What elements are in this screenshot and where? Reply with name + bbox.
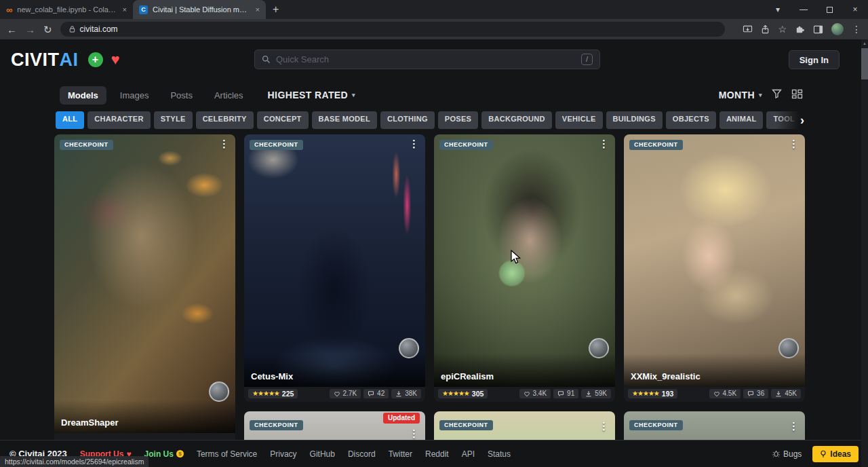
category-pill[interactable]: CHARACTER xyxy=(87,111,150,129)
rating-count: 305 xyxy=(472,390,484,398)
scroll-right-arrow-icon[interactable]: › xyxy=(800,114,807,126)
category-pill[interactable]: ANIMAL xyxy=(719,111,764,129)
card-menu-icon[interactable]: ⋮ xyxy=(409,138,419,150)
footer-link-github[interactable]: GitHub xyxy=(310,449,335,459)
category-pill[interactable]: VEHICLE xyxy=(555,111,603,129)
chevron-down-icon: ▾ xyxy=(352,92,355,98)
side-panel-icon[interactable] xyxy=(813,25,823,34)
model-card-dreamshaper[interactable]: CHECKPOINT ⋮ DreamShaper xyxy=(54,134,235,448)
scrollbar-up-arrow-icon[interactable]: ▲ xyxy=(861,39,868,48)
tab-posts[interactable]: Posts xyxy=(162,86,201,105)
updated-badge: Updated xyxy=(383,413,420,424)
tab-articles[interactable]: Articles xyxy=(206,86,252,105)
join-us-link[interactable]: Join Us$ xyxy=(144,449,184,459)
content-type-tabs: Models Images Posts Articles xyxy=(60,86,252,105)
search-input[interactable] xyxy=(276,54,576,64)
browse-nav-row: Models Images Posts Articles HIGHEST RAT… xyxy=(0,80,868,110)
rating-pill: ★★★★★193 xyxy=(628,389,677,399)
layout-grid-icon[interactable] xyxy=(791,89,803,102)
filter-funnel-icon[interactable] xyxy=(772,89,782,101)
model-preview-image: CHECKPOINT ⋮ XXMix_9realistic xyxy=(624,134,805,387)
model-card-xxmix[interactable]: CHECKPOINT ⋮ XXMix_9realistic ★★★★★193 4… xyxy=(624,134,805,402)
tab-search-chevron-icon[interactable]: ▾ xyxy=(765,0,791,19)
create-plus-button[interactable]: + xyxy=(88,52,103,67)
tab-civitai[interactable]: C Civitai | Stable Diffusion models, × xyxy=(133,0,266,19)
model-card-cetusmix[interactable]: CHECKPOINT ⋮ Cetus-Mix ★★★★★225 2.7K 42 … xyxy=(244,134,425,402)
category-pill[interactable]: BACKGROUND xyxy=(481,111,552,129)
footer-link-privacy[interactable]: Privacy xyxy=(270,449,296,459)
category-pill[interactable]: POSES xyxy=(438,111,478,129)
ideas-button[interactable]: Ideas xyxy=(812,446,859,462)
extensions-puzzle-icon[interactable] xyxy=(795,24,805,35)
model-type-badge: CHECKPOINT xyxy=(439,140,493,150)
download-icon xyxy=(775,390,782,397)
share-icon[interactable] xyxy=(761,24,770,34)
card-menu-icon[interactable]: ⋮ xyxy=(789,138,799,150)
footer-link-twitter[interactable]: Twitter xyxy=(389,449,412,459)
card-menu-icon[interactable]: ⋮ xyxy=(599,138,609,150)
maximize-button[interactable] xyxy=(816,0,842,19)
category-pill[interactable]: CELEBRITY xyxy=(196,111,254,129)
search-bar[interactable]: / xyxy=(254,50,600,69)
category-pill[interactable]: BUILDINGS xyxy=(606,111,663,129)
category-pill[interactable]: CLOTHING xyxy=(380,111,435,129)
tab-colab[interactable]: ∞ new_colab_file.ipynb - Colaborat × xyxy=(0,0,133,19)
sign-in-button[interactable]: Sign In xyxy=(789,50,840,69)
close-window-button[interactable]: × xyxy=(842,0,868,19)
sort-dropdown[interactable]: HIGHEST RATED▾ xyxy=(268,90,355,100)
model-type-badge: CHECKPOINT xyxy=(629,420,683,430)
comments-pill: 91 xyxy=(553,389,578,398)
period-dropdown[interactable]: MONTH▾ xyxy=(719,90,762,100)
colab-favicon: ∞ xyxy=(6,5,12,15)
card-menu-icon[interactable]: ⋮ xyxy=(789,420,799,432)
footer-link-terms[interactable]: Terms of Service xyxy=(197,449,257,459)
profile-avatar[interactable] xyxy=(831,23,844,35)
model-card-epicrealism[interactable]: CHECKPOINT ⋮ epiCRealism ★★★★★305 3.4K 9… xyxy=(434,134,615,402)
category-pill[interactable]: BASE MODEL xyxy=(312,111,377,129)
browser-menu-icon[interactable]: ⋮ xyxy=(852,24,861,35)
rating-pill: ★★★★★225 xyxy=(248,389,298,399)
footer-link-status[interactable]: Status xyxy=(488,449,511,459)
bookmark-star-icon[interactable]: ☆ xyxy=(778,24,787,35)
reload-button[interactable]: ↻ xyxy=(43,24,52,35)
downloads-count: 45K xyxy=(785,390,797,397)
category-pill[interactable]: STYLE xyxy=(154,111,193,129)
card-stats: ★★★★★305 3.4K 91 59K xyxy=(434,387,615,402)
category-pill[interactable]: OBJECTS xyxy=(666,111,716,129)
support-heart-icon[interactable]: ♥ xyxy=(111,52,120,67)
category-scroll-fade: › xyxy=(776,111,807,129)
tab-title: Civitai | Stable Diffusion models, xyxy=(153,5,251,14)
sort-label: HIGHEST RATED xyxy=(268,90,349,100)
comment-icon xyxy=(747,390,754,397)
category-pill[interactable]: CONCEPT xyxy=(257,111,309,129)
model-type-badge: CHECKPOINT xyxy=(629,140,683,150)
rating-pill: ★★★★★305 xyxy=(438,389,488,399)
back-button[interactable]: ← xyxy=(7,24,17,35)
card-menu-icon[interactable]: ⋮ xyxy=(409,428,419,440)
civitai-logo[interactable]: CIVITAI xyxy=(11,50,79,71)
category-filter-row: ALL CHARACTER STYLE CELEBRITY CONCEPT BA… xyxy=(56,111,807,129)
model-title: XXMix_9realistic xyxy=(624,354,805,387)
address-bar[interactable]: civitai.com xyxy=(60,22,725,37)
tab-models[interactable]: Models xyxy=(60,86,106,105)
creator-avatar[interactable] xyxy=(209,381,229,402)
footer-link-discord[interactable]: Discord xyxy=(348,449,376,459)
install-icon[interactable] xyxy=(743,25,753,34)
bugs-button[interactable]: Bugs xyxy=(772,449,802,459)
footer-right: Bugs Ideas xyxy=(772,446,859,462)
url-text: civitai.com xyxy=(80,24,118,34)
likes-pill: 2.7K xyxy=(330,389,361,398)
page-scrollbar[interactable]: ▲ xyxy=(861,39,868,467)
new-tab-button[interactable]: + xyxy=(273,0,279,19)
forward-button[interactable]: → xyxy=(25,24,35,35)
tab-close-icon[interactable]: × xyxy=(256,5,260,14)
scrollbar-thumb[interactable] xyxy=(861,48,868,79)
minimize-button[interactable]: — xyxy=(791,0,816,19)
card-menu-icon[interactable]: ⋮ xyxy=(219,138,229,150)
footer-link-api[interactable]: API xyxy=(462,449,475,459)
category-pill-all[interactable]: ALL xyxy=(56,111,84,129)
footer-link-reddit[interactable]: Reddit xyxy=(425,449,449,459)
card-menu-icon[interactable]: ⋮ xyxy=(599,420,609,432)
tab-images[interactable]: Images xyxy=(112,86,157,105)
tab-close-icon[interactable]: × xyxy=(123,5,127,14)
